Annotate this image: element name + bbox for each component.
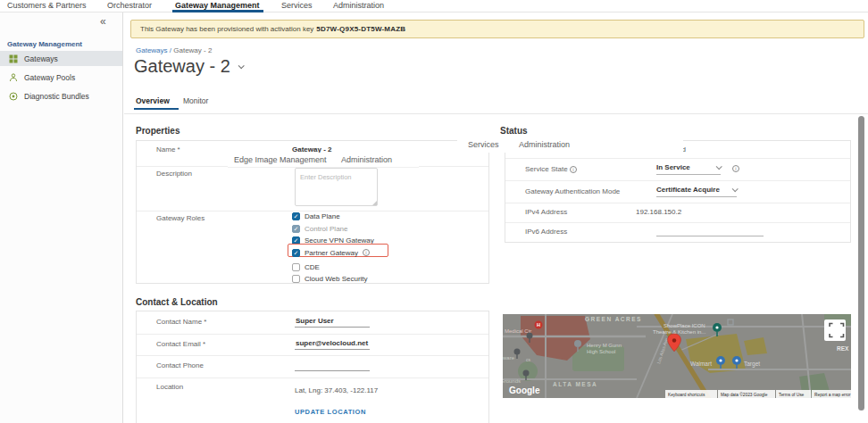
sidebar-item-gateways[interactable]: Gateways xyxy=(0,51,122,66)
role-data-plane: ✓ Data Plane xyxy=(292,211,340,221)
description-textarea[interactable] xyxy=(295,168,378,206)
row-divider xyxy=(137,377,488,378)
gateway-auth-mode-value: Certificate Acquire xyxy=(656,186,720,194)
contact-name-input[interactable] xyxy=(295,315,370,328)
cloud-web-security-checkbox[interactable] xyxy=(292,275,300,283)
location-label: Location xyxy=(156,383,183,391)
row-divider xyxy=(137,355,488,356)
map-label-grounds: Grounds xyxy=(503,378,521,384)
check-icon: ✓ xyxy=(294,250,299,256)
ghost-label: Administration xyxy=(519,140,570,149)
map-label-cs: cs xyxy=(526,357,531,362)
report-map-error-link[interactable]: Report a map error xyxy=(814,393,851,397)
contact-name-label: Contact Name * xyxy=(156,318,206,326)
active-tab-underline xyxy=(134,108,179,110)
data-plane-checkbox[interactable]: ✓ xyxy=(292,212,300,220)
map-label-green-acres: GREEN ACRES xyxy=(585,316,642,322)
sidebar-header: Gateway Management xyxy=(7,40,82,48)
breadcrumb: Gateways / Gateway - 2 xyxy=(136,46,212,54)
ghost-label: Services xyxy=(468,140,499,149)
map-label-ware: ware xyxy=(503,355,515,361)
terms-of-use-link[interactable]: Terms of Use xyxy=(779,393,805,397)
row-divider xyxy=(505,222,850,223)
top-nav: Customers & Partners Orchestrator Gatewa… xyxy=(0,0,868,12)
map-label-school-1: Henry M Gunn xyxy=(587,343,622,348)
ipv6-input[interactable] xyxy=(656,226,764,236)
ipv6-label: IPv6 Address xyxy=(525,228,567,236)
nav-customers-partners[interactable]: Customers & Partners xyxy=(7,1,87,10)
gateway-pools-icon xyxy=(9,73,18,82)
tab-monitor[interactable]: Monitor xyxy=(183,96,208,105)
hospital-h-glyph: H xyxy=(537,322,540,328)
contact-email-input[interactable] xyxy=(295,337,370,350)
gateway-auth-mode-label: Gateway Authentication Mode xyxy=(525,187,620,195)
status-heading: Status xyxy=(500,126,528,136)
partner-gateway-checkbox[interactable]: ✓ xyxy=(292,249,300,257)
service-state-right-info-icon[interactable]: i xyxy=(732,165,739,172)
nav-orchestrator[interactable]: Orchestrator xyxy=(107,1,152,10)
role-label: Control Plane xyxy=(305,225,347,233)
gateways-grid-icon xyxy=(9,54,18,63)
activation-key: 5D7W-Q9X5-DT5W-MAZB xyxy=(316,25,405,33)
google-logo[interactable]: Google xyxy=(509,386,540,395)
map-data-label: Map data ©2023 Google xyxy=(721,392,768,397)
sidebar-item-gateway-pools[interactable]: Gateway Pools xyxy=(0,70,122,85)
ghost-label: Edge Image Management xyxy=(234,155,327,164)
gateway-roles-label: Gateway Roles xyxy=(156,214,204,222)
textarea-resize-handle[interactable] xyxy=(372,201,377,205)
gateway-auth-mode-select[interactable]: Certificate Acquire xyxy=(656,186,737,197)
active-nav-underline xyxy=(172,10,263,12)
service-state-select[interactable]: In Service xyxy=(656,163,721,175)
location-map[interactable]: GREEN ACRES ALTA MESA Medical Ctr Henry … xyxy=(503,314,851,398)
map-attribution: Keyboard shortcuts Map data ©2023 Google… xyxy=(665,390,851,398)
contact-phone-input[interactable] xyxy=(295,359,370,371)
contact-email-label: Contact Email * xyxy=(156,340,205,348)
ipv4-value: 192.168.150.2 xyxy=(636,208,681,216)
sidebar-item-label: Diagnostic Bundles xyxy=(24,92,89,101)
role-label: Data Plane xyxy=(305,212,340,220)
breadcrumb-current: Gateway - 2 xyxy=(173,46,212,54)
map-label-walmart: Walmart xyxy=(690,361,712,367)
latlng-value: Lat, Lng: 37.403, -122.117 xyxy=(295,386,378,394)
properties-heading: Properties xyxy=(136,126,179,136)
contact-location-heading: Contact & Location xyxy=(136,297,218,307)
role-label: Partner Gateway xyxy=(305,249,358,257)
description-label: Description xyxy=(156,170,192,178)
check-icon: ✓ xyxy=(294,213,299,220)
sidebar-item-label: Gateways xyxy=(24,54,58,63)
map-label-alta-mesa: ALTA MESA xyxy=(553,381,597,387)
sidebar-collapse-icon[interactable]: « xyxy=(100,15,106,28)
service-state-info-icon[interactable]: i xyxy=(570,166,577,173)
row-divider xyxy=(505,180,850,181)
check-icon: ✓ xyxy=(294,237,299,244)
map-label-showplace-1: ShowPlace ICON xyxy=(664,323,705,328)
gateway-management-page: Customers & Partners Orchestrator Gatewa… xyxy=(0,0,868,423)
map-label-medical-ctr: Medical Ctr xyxy=(505,328,531,334)
ghost-menu-left: Edge Image Management Administration xyxy=(228,153,419,168)
update-location-link[interactable]: UPDATE LOCATION xyxy=(295,408,366,416)
cde-checkbox[interactable] xyxy=(292,263,300,271)
partner-gateway-info-icon[interactable]: i xyxy=(363,249,370,256)
tab-overview[interactable]: Overview xyxy=(136,96,170,105)
check-icon: ✓ xyxy=(294,226,299,232)
row-divider xyxy=(505,158,850,159)
service-state-label: Service State i xyxy=(525,165,577,173)
map-fullscreen-button[interactable] xyxy=(824,319,846,341)
role-control-plane: ✓ Control Plane xyxy=(292,223,347,234)
role-label: CDE xyxy=(305,263,320,271)
control-plane-checkbox[interactable]: ✓ xyxy=(292,225,300,233)
vertical-scrollbar[interactable] xyxy=(858,116,864,411)
map-label-target: Target xyxy=(744,361,760,368)
breadcrumb-gateways-link[interactable]: Gateways / xyxy=(136,46,171,54)
nav-administration[interactable]: Administration xyxy=(333,1,384,10)
title-chevron-down-icon[interactable] xyxy=(238,62,244,69)
activation-banner: This Gateway has been provisioned with a… xyxy=(130,20,864,38)
ipv4-label: IPv4 Address xyxy=(525,208,567,216)
keyboard-shortcuts-link[interactable]: Keyboard shortcuts xyxy=(668,393,705,397)
row-divider xyxy=(505,203,850,203)
nav-services[interactable]: Services xyxy=(281,1,313,10)
nav-gateway-management[interactable]: Gateway Management xyxy=(175,1,260,10)
sidebar-item-diagnostic-bundles[interactable]: Diagnostic Bundles xyxy=(0,88,122,104)
map-canvas: GREEN ACRES ALTA MESA Medical Ctr Henry … xyxy=(503,314,851,398)
map-label-school-2: High School xyxy=(587,349,615,354)
